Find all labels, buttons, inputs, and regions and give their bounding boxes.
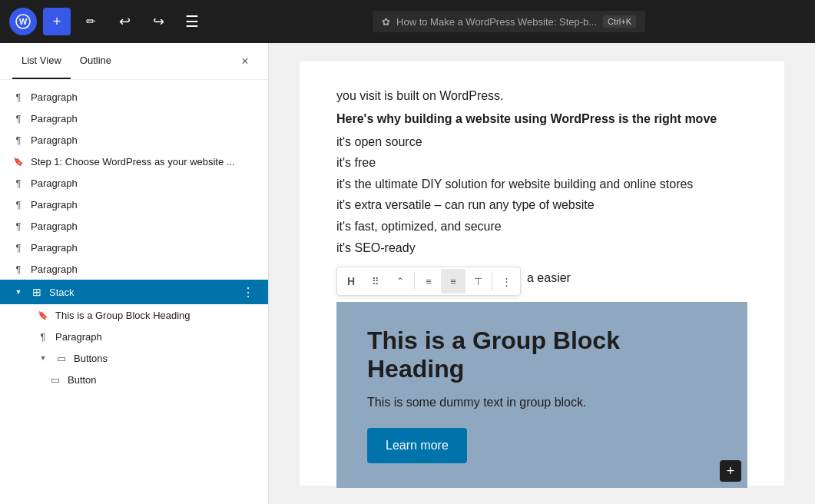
group-block: This is a Group Block Heading This is so…: [336, 302, 747, 488]
sidebar-item-label: This is a Group Block Heading: [55, 310, 256, 321]
sidebar-item-label: Step 1: Choose WordPress as your website…: [31, 156, 256, 167]
sidebar-item-label: Paragraph: [31, 177, 256, 189]
list-item[interactable]: ¶ Paragraph: [0, 108, 268, 129]
list-item[interactable]: ¶ Paragraph: [0, 86, 268, 108]
partial-text: a easier: [527, 268, 571, 288]
stack-icon: ⊞: [31, 286, 43, 298]
search-bar[interactable]: ✿ How to Make a WordPress Website: Step-…: [373, 11, 645, 32]
paragraph-icon: ¶: [12, 220, 25, 232]
list-view-toggle-button[interactable]: ☰: [178, 8, 206, 35]
expand-arrow-icon: ▼: [37, 352, 49, 364]
drag-handle-button[interactable]: ⠿: [363, 269, 388, 293]
add-block-inside-button[interactable]: +: [720, 460, 741, 482]
list-item[interactable]: ¶ Paragraph: [0, 194, 268, 215]
edit-button[interactable]: ✏: [77, 8, 104, 35]
bookmark-icon: 🔖: [37, 309, 49, 321]
bold-heading[interactable]: Here's why building a website using Word…: [336, 112, 747, 126]
list-item[interactable]: ¶ Paragraph: [0, 172, 268, 194]
shortcut-badge: Ctrl+K: [603, 15, 636, 28]
sidebar-list: ¶ Paragraph ¶ Paragraph ¶ Paragraph 🔖 St…: [0, 80, 268, 504]
list-item-4: it's extra versatile – can run any type …: [336, 195, 747, 215]
list-item[interactable]: ¶ Paragraph: [0, 237, 268, 258]
paragraph-icon: ¶: [12, 198, 25, 211]
tab-list-view[interactable]: List View: [12, 43, 71, 79]
list-item-6: it's SEO-ready: [336, 238, 747, 258]
sidebar-item-label: Paragraph: [31, 134, 256, 146]
bookmark-icon: 🔖: [12, 155, 25, 167]
wp-logo-icon: W: [15, 14, 31, 29]
list-item[interactable]: 🔖 This is a Group Block Heading: [0, 304, 268, 326]
paragraph-icon: ¶: [12, 91, 25, 103]
paragraph-icon: ¶: [12, 112, 25, 124]
paragraph-icon: ¶: [12, 241, 25, 254]
main-layout: List View Outline × ¶ Paragraph ¶ Paragr…: [0, 43, 815, 504]
list-item[interactable]: 🔖 Step 1: Choose WordPress as your websi…: [0, 151, 268, 172]
sidebar-item-button-block[interactable]: ▭ Button: [0, 369, 268, 390]
sidebar-item-label: Paragraph: [31, 264, 256, 275]
block-type-button[interactable]: H: [339, 269, 363, 293]
sidebar-item-label: Paragraph: [31, 113, 256, 124]
list-item[interactable]: ¶ Paragraph: [0, 129, 268, 151]
paragraph-icon: ¶: [12, 134, 25, 146]
paragraph-icon: ¶: [37, 330, 49, 343]
wp-logo[interactable]: W: [9, 8, 37, 35]
sidebar-header: List View Outline ×: [0, 43, 268, 80]
tab-outline[interactable]: Outline: [71, 43, 121, 79]
more-options-toolbar-button[interactable]: ⋮: [494, 269, 518, 293]
move-button[interactable]: ⌃: [388, 269, 412, 293]
toolbar-divider: [492, 272, 492, 290]
paragraph-icon: ¶: [12, 263, 25, 275]
search-bar-text: How to Make a WordPress Website: Step-b.…: [396, 16, 597, 28]
block-toolbar: H ⠿ ⌃ ≡ ≡ ⊤ ⋮: [336, 267, 521, 296]
list-item-5: it's fast, optimized, and secure: [336, 217, 747, 237]
align-left-button[interactable]: ≡: [416, 269, 441, 293]
group-block-text[interactable]: This is some dummy text in group block.: [367, 396, 717, 410]
sidebar: List View Outline × ¶ Paragraph ¶ Paragr…: [0, 43, 269, 504]
learn-more-button[interactable]: Learn more: [367, 428, 467, 463]
sidebar-item-label: Paragraph: [55, 331, 256, 343]
group-block-heading[interactable]: This is a Group Block Heading: [367, 327, 717, 383]
more-options-icon[interactable]: ⋮: [240, 284, 256, 300]
sidebar-item-label: Paragraph: [31, 220, 256, 232]
sidebar-item-label: Buttons: [74, 353, 256, 364]
toolbar-divider: [414, 272, 415, 290]
list-item[interactable]: ¶ Paragraph: [0, 326, 268, 347]
undo-button[interactable]: ↩: [111, 8, 138, 35]
align-right-button[interactable]: ⊤: [465, 269, 490, 293]
sidebar-close-button[interactable]: ×: [234, 51, 256, 72]
main-toolbar: W + ✏ ↩ ↪ ☰ ✿ How to Make a WordPress We…: [0, 0, 815, 43]
sidebar-item-label: Button: [68, 374, 256, 386]
sidebar-item-label: Stack: [49, 287, 234, 298]
align-center-button[interactable]: ≡: [441, 269, 465, 293]
list-item-1: it's open source: [336, 132, 747, 152]
sidebar-item-label: Paragraph: [31, 242, 256, 254]
intro-text: you visit is built on WordPress.: [336, 86, 747, 106]
add-block-toolbar-button[interactable]: +: [43, 8, 71, 35]
list-item[interactable]: ¶ Paragraph: [0, 215, 268, 237]
expand-arrow-icon: ▼: [12, 286, 25, 298]
svg-text:W: W: [19, 17, 28, 26]
button-block-icon: ▭: [49, 373, 61, 386]
list-item-2: it's free: [336, 153, 747, 173]
sidebar-item-label: Paragraph: [31, 91, 256, 103]
editor-area: you visit is built on WordPress. Here's …: [269, 43, 815, 504]
list-item-3: it's the ultimate DIY solution for websi…: [336, 174, 747, 194]
paragraph-icon: ¶: [12, 177, 25, 189]
list-item[interactable]: ¶ Paragraph: [0, 258, 268, 280]
redo-button[interactable]: ↪: [144, 8, 172, 35]
editor-content: you visit is built on WordPress. Here's …: [300, 61, 784, 486]
sidebar-item-buttons[interactable]: ▼ ▭ Buttons: [0, 347, 268, 369]
buttons-icon: ▭: [55, 352, 68, 364]
sidebar-item-label: Paragraph: [31, 199, 256, 211]
sidebar-item-stack[interactable]: ▼ ⊞ Stack ⋮: [0, 280, 268, 304]
